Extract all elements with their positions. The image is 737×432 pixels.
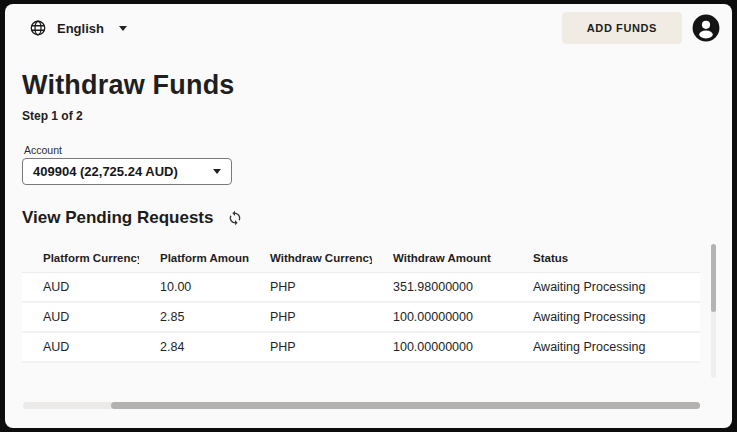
step-indicator: Step 1 of 2 (22, 109, 83, 123)
add-funds-button[interactable]: ADD FUNDS (562, 12, 682, 44)
table-row[interactable]: AUD 2.84 PHP 100.00000000 Awaiting Proce… (22, 333, 700, 363)
table-row[interactable]: AUD 10.00 PHP 351.98000000 Awaiting Proc… (22, 273, 700, 303)
vertical-scrollbar-thumb[interactable] (711, 244, 716, 312)
cell-withdraw-currency: PHP (249, 280, 372, 294)
cell-withdraw-amount: 351.98000000 (372, 280, 512, 294)
refresh-icon (227, 210, 243, 226)
column-header-withdraw-amount: Withdraw Amount (372, 252, 512, 264)
horizontal-scrollbar-thumb[interactable] (111, 402, 700, 409)
app-window: English ADD FUNDS Withdraw Funds Step 1 … (5, 4, 732, 428)
table-row[interactable]: AUD 2.85 PHP 100.00000000 Awaiting Proce… (22, 303, 700, 333)
cell-status: Awaiting Processing (512, 280, 700, 294)
chevron-down-icon (213, 169, 221, 174)
horizontal-scrollbar[interactable] (23, 402, 700, 409)
cell-platform-amount: 2.85 (139, 310, 249, 324)
column-header-status: Status (512, 252, 700, 264)
language-selector[interactable]: English (29, 19, 127, 37)
cell-withdraw-currency: PHP (249, 310, 372, 324)
table-header-row: Platform Currency Platform Amount Withdr… (22, 244, 700, 272)
pending-requests-title: View Pending Requests (22, 208, 213, 228)
column-header-withdraw-currency: Withdraw Currency (249, 252, 372, 264)
user-avatar-icon[interactable] (692, 14, 720, 42)
vertical-scrollbar[interactable] (711, 244, 716, 378)
page-title: Withdraw Funds (22, 70, 235, 101)
chevron-down-icon (119, 26, 127, 31)
cell-platform-amount: 2.84 (139, 340, 249, 354)
cell-platform-currency: AUD (22, 310, 139, 324)
pending-requests-table: Platform Currency Platform Amount Withdr… (22, 244, 700, 363)
account-label: Account (24, 144, 62, 156)
cell-withdraw-amount: 100.00000000 (372, 310, 512, 324)
column-header-platform-currency: Platform Currency (22, 252, 139, 264)
account-select[interactable]: 409904 (22,725.24 AUD) (22, 158, 232, 185)
globe-icon (29, 19, 47, 37)
cell-status: Awaiting Processing (512, 340, 700, 354)
cell-platform-currency: AUD (22, 340, 139, 354)
refresh-button[interactable] (227, 210, 243, 226)
cell-withdraw-currency: PHP (249, 340, 372, 354)
column-header-platform-amount: Platform Amount (139, 252, 249, 264)
language-label: English (57, 21, 104, 36)
cell-status: Awaiting Processing (512, 310, 700, 324)
cell-withdraw-amount: 100.00000000 (372, 340, 512, 354)
top-bar-right: ADD FUNDS (562, 12, 720, 44)
cell-platform-amount: 10.00 (139, 280, 249, 294)
cell-platform-currency: AUD (22, 280, 139, 294)
top-bar: English ADD FUNDS (5, 4, 732, 52)
account-select-value: 409904 (22,725.24 AUD) (33, 164, 213, 179)
